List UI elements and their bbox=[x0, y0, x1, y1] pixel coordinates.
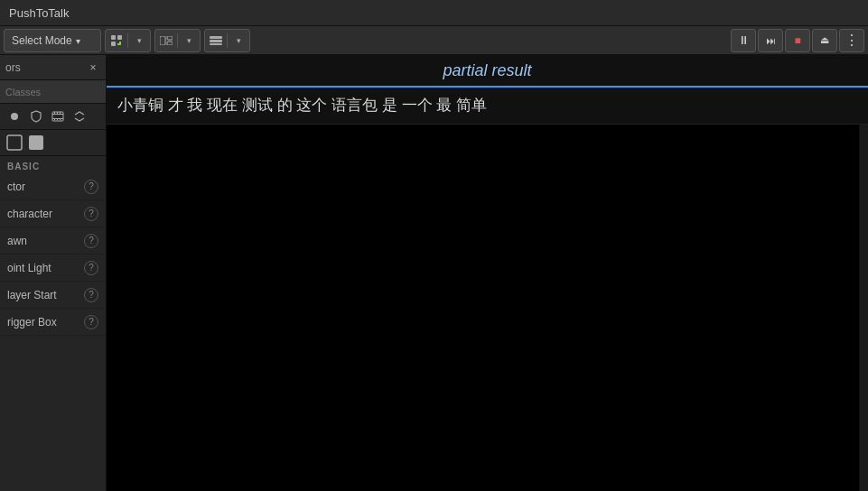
sidebar-item-awn-label: awn bbox=[7, 235, 27, 247]
add-actor-chevron-icon: ▾ bbox=[137, 36, 142, 45]
select-mode-label: Select Mode bbox=[12, 34, 72, 47]
pause-button[interactable]: ⏸ bbox=[731, 29, 756, 52]
recognized-text: 小青铜 才 我 现在 测试 的 这个 语言包 是 一个 最 简单 bbox=[117, 97, 487, 114]
film-icon[interactable] bbox=[49, 107, 67, 125]
sidebar-basic-section: BASIC bbox=[0, 156, 106, 173]
sidebar-item-pointlight[interactable]: oint Light ? bbox=[0, 255, 106, 282]
stop-icon: ■ bbox=[794, 34, 800, 47]
svg-point-11 bbox=[11, 113, 18, 120]
step-icon: ⏭ bbox=[766, 35, 776, 46]
pause-icon: ⏸ bbox=[738, 33, 750, 47]
add-actor-button[interactable] bbox=[106, 30, 127, 51]
square-filled-icon[interactable] bbox=[27, 134, 45, 152]
play-controls: ⏸ ⏭ ■ ⏏ ⋮ bbox=[731, 29, 864, 52]
svg-rect-2 bbox=[111, 42, 116, 46]
sidebar-item-playerstart[interactable]: layer Start ? bbox=[0, 282, 106, 309]
view-dropdown[interactable]: ▾ bbox=[228, 30, 249, 51]
svg-rect-13 bbox=[52, 114, 63, 115]
title-bar-title: PushToTalk bbox=[9, 6, 69, 20]
sidebar-item-pointlight-label: oint Light bbox=[7, 262, 51, 274]
more-button[interactable]: ⋮ bbox=[839, 29, 864, 52]
svg-rect-22 bbox=[29, 135, 43, 150]
svg-rect-0 bbox=[111, 35, 116, 40]
sidebar-item-character-info[interactable]: ? bbox=[84, 207, 98, 221]
svg-rect-9 bbox=[210, 40, 222, 42]
sidebar-header: ors × bbox=[0, 55, 106, 80]
sidebar-item-triggerbox-label: rigger Box bbox=[7, 316, 57, 329]
svg-rect-8 bbox=[210, 36, 222, 39]
sidebar-item-character-label: character bbox=[7, 208, 52, 220]
sidebar-item-triggerbox[interactable]: rigger Box ? bbox=[0, 309, 106, 336]
sidebar-search-input[interactable] bbox=[5, 87, 100, 97]
sidebar-item-pointlight-info[interactable]: ? bbox=[84, 261, 98, 275]
sidebar-view-icons bbox=[0, 130, 106, 156]
expand-icon[interactable] bbox=[70, 107, 89, 125]
sidebar-item-playerstart-label: layer Start bbox=[7, 289, 57, 301]
sidebar-item-actor[interactable]: ctor ? bbox=[0, 173, 106, 200]
view-group: ▾ bbox=[204, 29, 250, 52]
svg-rect-4 bbox=[117, 43, 121, 45]
main-layout: ors × bbox=[0, 55, 868, 491]
step-button[interactable]: ⏭ bbox=[758, 29, 783, 52]
sidebar-item-playerstart-info[interactable]: ? bbox=[84, 288, 98, 302]
shield-icon[interactable] bbox=[27, 107, 45, 125]
svg-rect-20 bbox=[60, 118, 61, 120]
viewport-canvas[interactable] bbox=[107, 125, 868, 491]
stop-button[interactable]: ■ bbox=[785, 29, 810, 52]
partial-result-bar: partial result bbox=[107, 55, 868, 88]
layout-chevron-icon: ▾ bbox=[187, 36, 191, 45]
sidebar-item-awn[interactable]: awn ? bbox=[0, 227, 106, 255]
add-actor-dropdown[interactable]: ▾ bbox=[128, 30, 150, 51]
select-mode-chevron-icon bbox=[76, 34, 80, 47]
sidebar-close-button[interactable]: × bbox=[86, 60, 100, 75]
svg-rect-19 bbox=[57, 118, 58, 120]
svg-rect-1 bbox=[117, 35, 122, 40]
layout-dropdown[interactable]: ▾ bbox=[178, 30, 200, 51]
svg-rect-18 bbox=[54, 118, 55, 120]
sidebar-item-triggerbox-info[interactable]: ? bbox=[84, 315, 98, 329]
svg-rect-7 bbox=[167, 42, 173, 45]
svg-rect-6 bbox=[167, 36, 173, 40]
view-chevron-icon: ▾ bbox=[237, 36, 241, 45]
viewport-area: partial result 小青铜 才 我 现在 测试 的 这个 语言包 是 … bbox=[107, 55, 868, 491]
view-button[interactable] bbox=[205, 30, 227, 51]
partial-result-text: partial result bbox=[443, 61, 531, 80]
dot-icon[interactable] bbox=[5, 107, 23, 125]
select-mode-button[interactable]: Select Mode bbox=[4, 29, 101, 52]
svg-rect-16 bbox=[57, 112, 58, 114]
sidebar-item-actor-label: ctor bbox=[7, 181, 25, 193]
more-icon: ⋮ bbox=[845, 33, 859, 48]
title-bar: PushToTalk bbox=[0, 0, 868, 26]
viewport-scrollbar[interactable] bbox=[859, 125, 868, 491]
svg-rect-5 bbox=[160, 36, 165, 45]
recognized-text-area: 小青铜 才 我 现在 测试 的 这个 语言包 是 一个 最 简单 bbox=[107, 88, 868, 125]
svg-rect-21 bbox=[7, 135, 22, 150]
sidebar-header-label: ors bbox=[5, 61, 21, 74]
add-actor-group: ▾ bbox=[105, 29, 151, 52]
sidebar-item-actor-info[interactable]: ? bbox=[84, 180, 98, 194]
layout-group: ▾ bbox=[154, 29, 201, 52]
svg-rect-17 bbox=[60, 112, 61, 114]
eject-icon: ⏏ bbox=[820, 34, 829, 46]
sidebar-item-character[interactable]: character ? bbox=[0, 200, 106, 227]
sidebar-search-bar[interactable] bbox=[0, 80, 106, 104]
toolbar: Select Mode ▾ ▾ bbox=[0, 26, 868, 55]
layout-button[interactable] bbox=[155, 30, 177, 51]
eject-button[interactable]: ⏏ bbox=[812, 29, 837, 52]
sidebar: ors × bbox=[0, 55, 107, 491]
svg-rect-10 bbox=[210, 43, 222, 45]
square-outline-icon[interactable] bbox=[5, 134, 23, 152]
sidebar-filter-icons bbox=[0, 104, 106, 130]
sidebar-item-awn-info[interactable]: ? bbox=[84, 234, 98, 248]
svg-rect-15 bbox=[54, 112, 55, 114]
